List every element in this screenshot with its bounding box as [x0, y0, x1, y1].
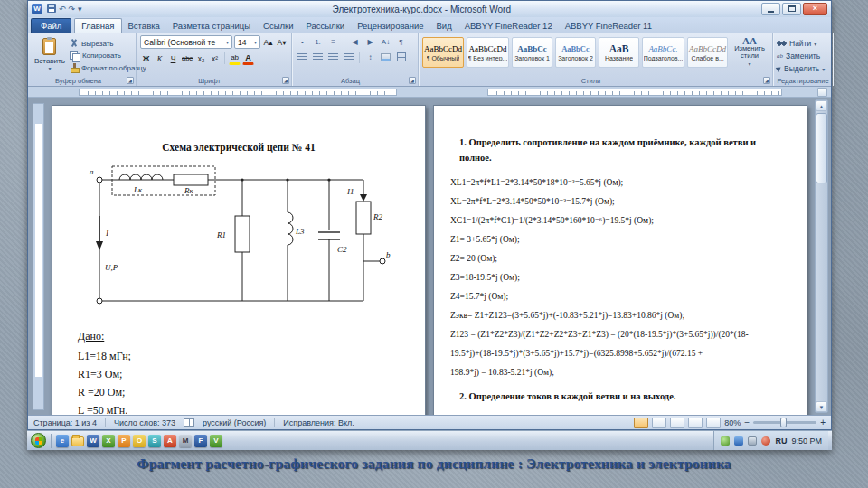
view-fullscreen-button[interactable]	[652, 418, 666, 428]
sort-button[interactable]: А↓	[379, 35, 392, 48]
close-button[interactable]: ×	[803, 3, 827, 15]
style-subtitle[interactable]: АаВbСс. Подзаголов...	[642, 37, 684, 68]
track-changes-indicator[interactable]: Исправления: Вкл.	[283, 418, 354, 427]
view-print-layout-button[interactable]	[634, 418, 648, 428]
style-no-spacing[interactable]: АаВbСсDd ¶ Без интер...	[467, 37, 509, 68]
superscript-button[interactable]: x²	[209, 52, 221, 65]
tab-home[interactable]: Главная	[74, 18, 121, 33]
redo-button[interactable]: ↷	[69, 4, 76, 14]
language-bar[interactable]: RU	[775, 436, 787, 446]
align-left-button[interactable]	[296, 51, 309, 63]
zoom-out-button[interactable]: −	[744, 418, 750, 427]
ruler-toggle-button[interactable]	[817, 88, 827, 97]
tab-references[interactable]: Ссылки	[257, 19, 299, 33]
quicklaunch-powerpoint-icon[interactable]: P	[118, 435, 130, 447]
show-marks-button[interactable]: ¶	[394, 35, 408, 48]
increase-indent-button[interactable]: ▶	[363, 35, 377, 48]
volume-icon[interactable]	[748, 436, 757, 446]
quicklaunch-ie-icon[interactable]: e	[56, 435, 69, 447]
align-right-button[interactable]	[326, 51, 340, 63]
quicklaunch-acrobat-icon[interactable]: A	[164, 435, 176, 447]
select-button[interactable]: Выделить ▾	[777, 64, 829, 73]
style-title[interactable]: АаВ Название	[599, 37, 639, 68]
font-dialog-launcher[interactable]: ◢	[282, 77, 289, 84]
minimize-button[interactable]	[761, 3, 780, 15]
quicklaunch-excel-icon[interactable]: X	[102, 435, 115, 447]
spellcheck-icon[interactable]	[184, 418, 194, 427]
scrollbar-thumb[interactable]	[816, 113, 827, 183]
vertical-scrollbar[interactable]: ▲ ▼	[815, 99, 828, 413]
undo-button[interactable]: ↶	[59, 4, 66, 14]
styles-dialog-launcher[interactable]: ◢	[763, 77, 770, 84]
quicklaunch-media-icon[interactable]: M	[179, 435, 192, 447]
line-spacing-button[interactable]: ↕	[363, 51, 377, 63]
change-styles-button[interactable]: АА Изменить стили ▾	[731, 37, 769, 68]
style-subtle-emphasis[interactable]: АаВbСсDd Слабое в...	[687, 37, 728, 68]
scroll-down-icon[interactable]: ▼	[816, 401, 827, 412]
tab-abbyy-11[interactable]: ABBYY FineReader 11	[559, 19, 658, 33]
bullets-button[interactable]: •	[296, 35, 309, 48]
vertical-ruler[interactable]	[33, 103, 44, 410]
save-button[interactable]	[47, 4, 56, 15]
tab-file[interactable]: Файл	[31, 18, 71, 33]
start-button[interactable]	[31, 433, 46, 448]
cut-button[interactable]: Вырезать	[70, 39, 146, 48]
tab-insert[interactable]: Вставка	[122, 19, 166, 33]
format-painter-button[interactable]: Формат по образцу	[70, 63, 146, 73]
maximize-button[interactable]	[782, 3, 801, 15]
style-normal[interactable]: АаВbСсDd ¶ Обычный	[422, 37, 464, 68]
multilevel-list-button[interactable]: ≡	[326, 35, 340, 48]
strikethrough-button[interactable]: abc	[181, 52, 193, 65]
underline-button[interactable]: Ч	[167, 52, 179, 65]
zoom-level[interactable]: 80%	[724, 418, 741, 427]
messenger-icon[interactable]	[761, 436, 770, 446]
quicklaunch-antivirus-icon[interactable]: V	[210, 435, 222, 447]
decrease-indent-button[interactable]: ◀	[348, 35, 362, 48]
word-count[interactable]: Число слов: 373	[114, 418, 175, 427]
page-indicator[interactable]: Страница: 1 из 4	[33, 418, 97, 427]
quicklaunch-finereader-icon[interactable]: F	[194, 435, 207, 447]
antivirus-tray-icon[interactable]	[721, 436, 730, 446]
highlight-color-button[interactable]: ab	[229, 52, 241, 65]
copy-button[interactable]: Копировать	[70, 51, 146, 61]
horizontal-ruler[interactable]	[28, 87, 831, 98]
replace-button[interactable]: ab Заменить	[777, 52, 829, 61]
tab-page-layout[interactable]: Разметка страницы	[166, 19, 257, 33]
paste-button[interactable]: Вставить ▾	[33, 35, 66, 73]
justify-button[interactable]	[342, 51, 355, 63]
shrink-font-button[interactable]: А▾	[276, 35, 288, 49]
subscript-button[interactable]: x₂	[195, 52, 207, 65]
paragraph-dialog-launcher[interactable]: ◢	[409, 77, 416, 84]
italic-button[interactable]: К	[154, 52, 165, 65]
style-heading1[interactable]: АаВbСс Заголовок 1	[512, 37, 552, 68]
view-outline-button[interactable]	[688, 418, 703, 428]
tab-view[interactable]: Вид	[429, 19, 458, 33]
borders-button[interactable]	[394, 51, 408, 63]
view-draft-button[interactable]	[706, 418, 721, 428]
font-name-select[interactable]: Calibri (Основной те ▾	[140, 35, 232, 49]
document-page-1[interactable]: Схема электрической цепи № 41 a I U,P	[52, 105, 426, 415]
tab-abbyy-12[interactable]: ABBYY FineReader 12	[458, 19, 559, 33]
taskbar-clock[interactable]: 9:50 PM	[791, 436, 822, 446]
scroll-up-icon[interactable]: ▲	[816, 100, 827, 111]
view-web-layout-button[interactable]	[670, 418, 684, 428]
network-icon[interactable]	[734, 436, 743, 446]
zoom-slider-thumb[interactable]	[780, 418, 787, 427]
align-center-button[interactable]	[311, 51, 325, 63]
clipboard-dialog-launcher[interactable]: ◢	[127, 77, 134, 84]
quicklaunch-explorer-icon[interactable]	[71, 436, 84, 446]
shading-button[interactable]	[379, 51, 392, 63]
language-indicator[interactable]: русский (Россия)	[203, 418, 266, 427]
font-color-button[interactable]: А	[242, 52, 254, 65]
quicklaunch-outlook-icon[interactable]: O	[133, 435, 146, 447]
quicklaunch-skype-icon[interactable]: S	[148, 435, 161, 447]
grow-font-button[interactable]: А▴	[262, 35, 274, 49]
tab-review[interactable]: Рецензирование	[351, 19, 429, 33]
document-page-2[interactable]: 1. Определить сопротивление на каждом пр…	[433, 105, 807, 415]
zoom-in-button[interactable]: +	[820, 418, 826, 427]
numbering-button[interactable]: 1.	[311, 35, 325, 48]
font-size-select[interactable]: 14 ▾	[234, 35, 260, 49]
quicklaunch-word-icon[interactable]: W	[87, 435, 99, 447]
bold-button[interactable]: Ж	[140, 52, 152, 65]
find-button[interactable]: Найти ▾	[777, 39, 829, 48]
